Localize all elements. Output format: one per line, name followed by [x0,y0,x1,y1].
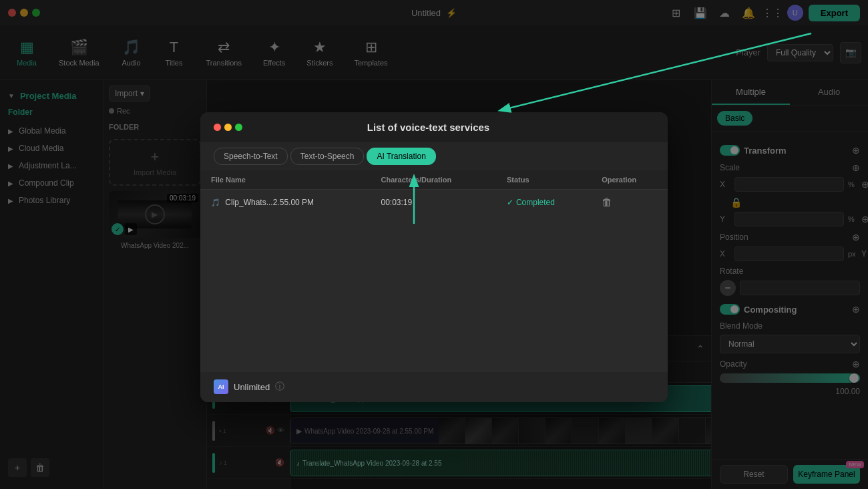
svg-line-0 [501,33,811,110]
check-icon: ✓ [507,198,513,207]
modal-body: File Name Characters/Duration Status Ope… [200,170,668,371]
cell-operation: 🗑 [591,190,668,216]
ai-label: AI [218,383,224,390]
cell-status: ✓ Completed [496,190,591,216]
status-completed: ✓ Completed [507,198,580,207]
ai-icon: AI [214,379,228,394]
cell-filename: 🎵 Clip_Whats...2.55.00 PM [200,190,370,216]
modal-title: List of voice-text services [367,122,489,133]
col-operation: Operation [591,170,668,190]
filename-text: Clip_Whats...2.55.00 PM [225,198,314,207]
modal-table-head: File Name Characters/Duration Status Ope… [200,170,668,190]
unlimited-text: Unlimited [234,382,270,392]
tab-text-to-speech[interactable]: Text-to-Speech [290,148,365,165]
table-header-row: File Name Characters/Duration Status Ope… [200,170,668,190]
modal-header: List of voice-text services [200,112,668,142]
modal-header-left [214,124,242,131]
modal-table: File Name Characters/Duration Status Ope… [200,170,668,216]
info-icon[interactable]: ⓘ [275,381,284,393]
cell-duration: 00:03:19 [370,190,495,216]
status-text: Completed [516,198,555,207]
col-characters: Characters/Duration [370,170,495,190]
modal-close-button[interactable] [214,124,221,131]
modal-max-button[interactable] [235,124,242,131]
tab-ai-translation[interactable]: AI Translation [367,148,435,165]
col-file-name: File Name [200,170,370,190]
table-row: 🎵 Clip_Whats...2.55.00 PM 00:03:19 ✓ Com… [200,190,668,216]
file-icon: 🎵 [211,198,220,206]
delete-operation-icon[interactable]: 🗑 [602,196,612,208]
modal-table-body: 🎵 Clip_Whats...2.55.00 PM 00:03:19 ✓ Com… [200,190,668,216]
col-status: Status [496,170,591,190]
modal-overlay: List of voice-text services Speech-to-Te… [0,0,868,489]
tab-speech-to-text[interactable]: Speech-to-Text [214,148,288,165]
modal-min-button[interactable] [224,124,232,131]
modal-footer: AI Unlimited ⓘ [200,371,668,402]
modal-traffic-lights [214,124,242,131]
modal-tabs: Speech-to-Text Text-to-Speech AI Transla… [200,142,668,170]
modal: List of voice-text services Speech-to-Te… [200,112,668,402]
